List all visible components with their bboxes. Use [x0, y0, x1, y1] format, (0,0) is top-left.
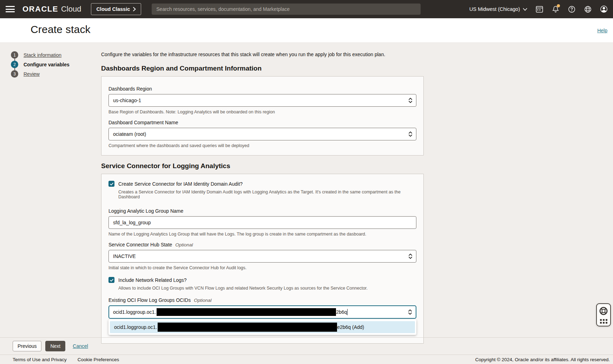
chevron-down-icon — [523, 8, 527, 11]
avatar-icon[interactable] — [600, 5, 608, 13]
region-selector[interactable]: US Midwest (Chicago) — [469, 6, 527, 12]
flow-log-groups-label: Existing OCI Flow Log Groups OCIDs — [108, 297, 191, 303]
previous-button[interactable]: Previous — [13, 341, 41, 351]
configure-variables-form: Configure the variables for the infrastr… — [101, 52, 424, 344]
help-icon[interactable] — [567, 5, 576, 13]
flow-log-groups-dropdown: ocid1.loggroup.oc1. e2b6q (Add) — [108, 319, 416, 335]
hub-state-optional-tag: Optional — [175, 242, 193, 248]
notifications-bell-icon[interactable] — [551, 5, 560, 13]
log-group-name-input[interactable]: sfd_la_log_group — [108, 216, 416, 229]
page-title: Create stack — [31, 24, 91, 35]
dashboards-region-field: Dashboards Region us-chicago-1 Base Regi… — [108, 86, 416, 114]
dashboards-region-label: Dashboards Region — [108, 86, 152, 92]
section-heading-service-connector: Service Connector for Logging Analytics — [101, 162, 424, 170]
flow-log-groups-value-prefix: ocid1.loggroup.oc1. — [113, 309, 156, 315]
text-cursor — [347, 309, 348, 315]
redacted-value-block — [158, 323, 337, 332]
wizard-stepper: 1 Stack information 2 Configure variable… — [11, 51, 70, 80]
step-1-label[interactable]: Stack information — [24, 52, 61, 58]
log-group-name-field: Logging Analytic Log Group Name sfd_la_l… — [108, 208, 416, 237]
oracle-cloud-logo[interactable]: ORACLE Cloud — [22, 5, 81, 14]
checkbox-checked-icon[interactable] — [108, 277, 114, 283]
log-group-name-help: Name of the Logging Analytics Log Group … — [108, 232, 416, 237]
search-input[interactable] — [152, 4, 421, 15]
wizard-action-bar: Previous Next Cancel — [0, 337, 613, 355]
flow-log-groups-input[interactable]: ocid1.loggroup.oc1. 2b6q ocid1.loggroup.… — [108, 305, 416, 319]
select-updown-icon — [408, 131, 413, 137]
dashboard-compartment-value: ociateam (root) — [113, 131, 146, 137]
terms-link[interactable]: Terms of Use and Privacy — [13, 357, 67, 362]
dev-console-icon[interactable] — [535, 5, 543, 13]
network-logs-checkbox-row[interactable]: Include Network Related Logs? — [108, 277, 416, 283]
cloud-classic-button[interactable]: Cloud Classic — [91, 3, 141, 15]
hub-state-help: Initial state in which to create the Ser… — [108, 265, 416, 270]
help-link[interactable]: Help — [597, 28, 607, 33]
dashboard-compartment-field: Dashboard Compartment Name ociateam (roo… — [108, 120, 416, 148]
brand-oracle: ORACLE — [22, 5, 58, 14]
hub-state-field: Service Connector Hub State Optional INA… — [108, 242, 416, 270]
copyright-text: Copyright © 2024, Oracle and/or its affi… — [475, 357, 610, 362]
region-label: US Midwest (Chicago) — [469, 6, 520, 12]
network-logs-label: Include Network Related Logs? — [118, 277, 187, 283]
section-heading-dashboards: Dashboards Region and Compartment Inform… — [101, 65, 424, 72]
step-stack-information[interactable]: 1 Stack information — [11, 51, 70, 59]
step-3-label[interactable]: Review — [24, 71, 40, 77]
select-updown-icon — [408, 253, 413, 259]
network-logs-help: Allows to include OCI Log Groups with VC… — [118, 286, 416, 291]
lifebuoy-icon[interactable] — [599, 306, 608, 317]
step-1-circle: 1 — [11, 51, 18, 59]
dashboards-region-value: us-chicago-1 — [113, 98, 141, 103]
flow-log-groups-value-suffix: 2b6q — [336, 309, 347, 315]
page-footer: Terms of Use and Privacy Cookie Preferen… — [0, 355, 613, 364]
topbar: ORACLE Cloud Cloud Classic US Midwest (C… — [0, 0, 613, 18]
page-header: Create stack Help — [0, 18, 613, 43]
dropdown-item-suffix: e2b6q (Add) — [337, 324, 364, 330]
step-2-label: Configure variables — [24, 62, 70, 67]
select-updown-icon — [408, 98, 413, 104]
hub-state-label: Service Connector Hub State — [108, 242, 172, 248]
checkbox-checked-icon[interactable] — [108, 181, 114, 187]
log-group-name-value: sfd_la_log_group — [113, 220, 151, 225]
step-review[interactable]: 3 Review — [11, 70, 70, 78]
hub-state-value: INACTIVE — [113, 253, 136, 259]
globe-icon[interactable] — [584, 5, 592, 13]
notification-badge — [557, 4, 560, 7]
cookie-preferences-link[interactable]: Cookie Preferences — [78, 357, 119, 362]
brand-cloud: Cloud — [61, 5, 81, 14]
dashboards-panel: Dashboards Region us-chicago-1 Base Regi… — [101, 76, 424, 155]
intro-text: Configure the variables for the infrastr… — [101, 52, 424, 58]
step-3-circle: 3 — [11, 70, 18, 78]
menu-icon[interactable] — [6, 6, 15, 12]
dashboard-compartment-help: Compartment where the dashboards and sav… — [108, 143, 416, 148]
chevron-right-icon — [133, 7, 136, 12]
select-updown-icon — [408, 309, 412, 315]
global-search — [152, 4, 421, 15]
create-service-connector-checkbox-row[interactable]: Create Service Connector for IAM Identit… — [108, 181, 416, 187]
hub-state-select[interactable]: INACTIVE — [108, 250, 416, 263]
next-button[interactable]: Next — [45, 341, 65, 351]
create-service-connector-help: Creates a Service Connector for IAM Iden… — [118, 190, 416, 199]
flow-log-groups-optional-tag: Optional — [194, 297, 211, 303]
dashboard-compartment-label: Dashboard Compartment Name — [108, 120, 178, 126]
dashboards-region-select[interactable]: us-chicago-1 — [108, 94, 416, 107]
redacted-value-block — [157, 308, 336, 316]
flow-log-groups-field: Existing OCI Flow Log Groups OCIDs Optio… — [108, 297, 416, 319]
log-group-name-label: Logging Analytic Log Group Name — [108, 208, 183, 214]
dashboards-region-help: Base Region of Dashboards. Note: Logging… — [108, 110, 416, 114]
cancel-link[interactable]: Cancel — [73, 343, 88, 349]
support-floating-widget[interactable] — [596, 303, 611, 326]
service-connector-panel: Create Service Connector for IAM Identit… — [101, 174, 424, 344]
dropdown-item-add-ocid[interactable]: ocid1.loggroup.oc1. e2b6q (Add) — [110, 321, 415, 333]
dashboard-compartment-select[interactable]: ociateam (root) — [108, 128, 416, 140]
dot-grid-icon[interactable] — [600, 319, 607, 324]
dropdown-item-prefix: ocid1.loggroup.oc1. — [114, 324, 157, 330]
topbar-right: US Midwest (Chicago) — [469, 5, 608, 13]
step-configure-variables: 2 Configure variables — [11, 61, 70, 68]
create-service-connector-label: Create Service Connector for IAM Identit… — [118, 181, 243, 187]
step-2-circle: 2 — [11, 61, 18, 68]
cloud-classic-label: Cloud Classic — [96, 6, 130, 12]
